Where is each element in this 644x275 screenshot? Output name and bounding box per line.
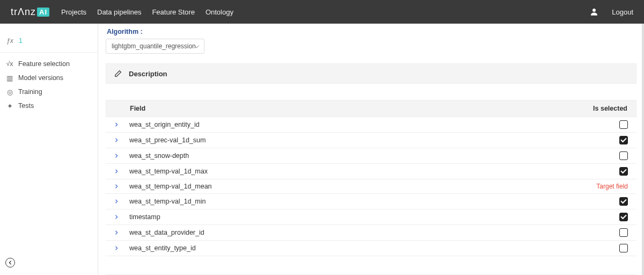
- field-name: wea_st_entity_type_id: [129, 244, 580, 252]
- collapse-sidebar-button[interactable]: [5, 258, 15, 267]
- field-column-header: Field: [130, 105, 579, 112]
- field-row: wea_st_temp-val_1d_meanTarget field: [106, 179, 636, 194]
- field-row: wea_st_snow-depth: [106, 148, 636, 164]
- sidebar-header: ƒx 1: [0, 33, 98, 53]
- sidebar-item-label: Model versions: [18, 74, 63, 82]
- logo-badge: AI: [37, 8, 49, 17]
- target-field-label: Target field: [596, 183, 628, 190]
- expand-row-icon[interactable]: [114, 122, 129, 127]
- expand-row-icon[interactable]: [114, 169, 129, 174]
- expand-row-icon[interactable]: [114, 153, 129, 158]
- field-name: wea_st_temp-val_1d_max: [129, 168, 580, 175]
- checkbox[interactable]: [619, 151, 628, 160]
- checkbox[interactable]: [619, 197, 628, 206]
- nav-feature-store[interactable]: Feature Store: [152, 8, 195, 16]
- nav-data-pipelines[interactable]: Data pipelines: [97, 8, 141, 16]
- sidebar-item-label: Feature selection: [18, 60, 70, 68]
- user-icon[interactable]: [589, 7, 599, 17]
- edit-icon[interactable]: [114, 69, 122, 78]
- nav-projects[interactable]: Projects: [61, 8, 86, 16]
- fx-icon: ƒx: [6, 37, 13, 45]
- svg-point-0: [592, 9, 596, 12]
- expand-row-icon[interactable]: [114, 230, 129, 235]
- sidebar-item-training[interactable]: ◎ Training: [0, 85, 98, 99]
- spark-icon: ✦: [6, 103, 13, 109]
- expand-row-icon[interactable]: [114, 138, 129, 143]
- sidebar-item-feature-selection[interactable]: √x Feature selection: [0, 57, 98, 71]
- selected-column-header: Is selected: [579, 105, 627, 112]
- algorithm-label: Algorithm :: [107, 28, 636, 35]
- sidebar-item-label: Tests: [18, 102, 34, 110]
- top-nav: Projects Data pipelines Feature Store On…: [61, 8, 233, 16]
- sidebar-item-tests[interactable]: ✦ Tests: [0, 99, 98, 113]
- description-title: Description: [129, 70, 167, 78]
- field-row: wea_st_temp-val_1d_min: [106, 194, 636, 209]
- algorithm-value: lightgbm_quantile_regression: [112, 42, 196, 50]
- algorithm-select[interactable]: lightgbm_quantile_regression: [106, 39, 204, 54]
- field-name: wea_st_prec-val_1d_sum: [129, 136, 580, 144]
- sidebar-item-label: Training: [18, 88, 42, 96]
- expand-row-icon[interactable]: [114, 199, 129, 204]
- checkbox[interactable]: [619, 228, 628, 237]
- expand-row-icon[interactable]: [114, 184, 129, 189]
- expand-row-icon[interactable]: [114, 245, 129, 251]
- expand-row-icon[interactable]: [114, 214, 129, 220]
- checkbox[interactable]: [619, 244, 628, 252]
- field-row: wea_st_origin_entity_id: [106, 117, 636, 133]
- topbar: trΛnz AI Projects Data pipelines Feature…: [0, 0, 644, 24]
- field-name: wea_st_origin_entity_id: [129, 121, 580, 128]
- chevron-left-icon: [8, 260, 12, 265]
- checkbox[interactable]: [619, 167, 628, 176]
- target-icon: ◎: [6, 89, 13, 95]
- field-row: wea_st_entity_type_id: [106, 241, 636, 256]
- field-name: wea_st_temp-val_1d_min: [129, 198, 580, 205]
- sidebar: ƒx 1 √x Feature selection ▥ Model versio…: [0, 24, 98, 275]
- nav-ontology[interactable]: Ontology: [206, 8, 233, 16]
- logo-text: trΛnz: [11, 6, 36, 18]
- sqrt-icon: √x: [6, 61, 13, 67]
- logo: trΛnz AI: [11, 6, 49, 18]
- checkbox[interactable]: [619, 120, 628, 129]
- fx-number: 1: [19, 37, 23, 45]
- grid-icon: ▥: [6, 75, 13, 81]
- field-row: wea_st_temp-val_1d_max: [106, 164, 636, 179]
- field-name: wea_st_snow-depth: [129, 152, 580, 160]
- field-row: timestamp: [106, 209, 636, 225]
- fields-table: Field Is selected wea_st_origin_entity_i…: [106, 100, 636, 256]
- field-name: timestamp: [129, 213, 580, 221]
- checkbox[interactable]: [619, 213, 628, 221]
- field-row: wea_st_prec-val_1d_sum: [106, 133, 636, 148]
- main-content: Algorithm : lightgbm_quantile_regression…: [98, 24, 644, 275]
- fields-header: Field Is selected: [106, 100, 636, 117]
- checkbox[interactable]: [619, 136, 628, 144]
- description-bar: Description: [106, 63, 636, 84]
- field-name: wea_st_data_provider_id: [129, 229, 580, 236]
- logout-link[interactable]: Logout: [612, 8, 633, 16]
- sidebar-item-model-versions[interactable]: ▥ Model versions: [0, 71, 98, 85]
- field-name: wea_st_temp-val_1d_mean: [129, 183, 580, 190]
- field-row: wea_st_data_provider_id: [106, 225, 636, 241]
- scrollbar[interactable]: [642, 24, 644, 275]
